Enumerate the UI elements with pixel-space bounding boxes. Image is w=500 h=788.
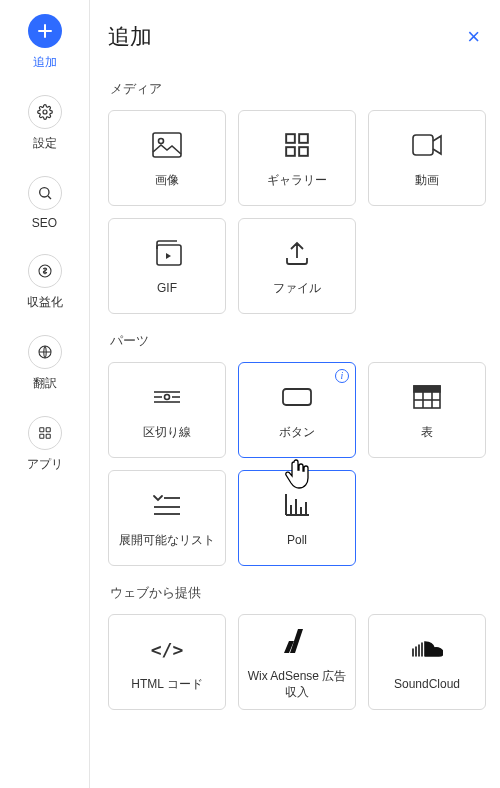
grid4-icon — [284, 127, 310, 163]
svg-rect-13 — [286, 147, 295, 156]
svg-point-1 — [39, 188, 48, 197]
gear-icon — [28, 95, 62, 129]
sidebar: 追加 設定 SEO 収益化 翻訳 アプリ — [0, 0, 90, 788]
dollar-icon — [28, 254, 62, 288]
parts-grid: 区切り線 i ボタン 表 展開可能なリスト — [108, 362, 486, 566]
svg-point-19 — [165, 395, 170, 400]
card-label: GIF — [153, 281, 181, 297]
card-file[interactable]: ファイル — [238, 218, 356, 314]
svg-rect-11 — [286, 134, 295, 143]
card-image[interactable]: 画像 — [108, 110, 226, 206]
card-label: 表 — [417, 425, 437, 441]
poll-icon — [284, 487, 310, 523]
gif-icon — [152, 235, 182, 271]
sidebar-item-label: 翻訳 — [33, 375, 57, 392]
sidebar-item-add[interactable]: 追加 — [28, 14, 62, 71]
sidebar-item-translate[interactable]: 翻訳 — [28, 335, 62, 392]
svg-rect-22 — [283, 389, 311, 405]
section-title-media: メディア — [110, 80, 486, 98]
card-label: 区切り線 — [139, 425, 195, 441]
sidebar-item-label: SEO — [32, 216, 57, 230]
svg-line-2 — [48, 196, 51, 199]
card-button[interactable]: i ボタン — [238, 362, 356, 458]
card-adsense[interactable]: Wix AdSense 広告収入 — [238, 614, 356, 710]
grid4-icon — [28, 416, 62, 450]
card-poll[interactable]: Poll — [238, 470, 356, 566]
image-icon — [152, 127, 182, 163]
section-title-parts: パーツ — [110, 332, 486, 350]
close-icon[interactable]: × — [461, 22, 486, 52]
search-icon — [28, 176, 62, 210]
sidebar-item-label: 収益化 — [27, 294, 63, 311]
sidebar-item-apps[interactable]: アプリ — [27, 416, 63, 473]
card-video[interactable]: 動画 — [368, 110, 486, 206]
card-label: Poll — [283, 533, 311, 549]
svg-rect-14 — [299, 147, 308, 156]
card-label: 動画 — [411, 173, 443, 189]
sidebar-item-monetize[interactable]: 収益化 — [27, 254, 63, 311]
panel-header: 追加 × — [108, 22, 486, 52]
card-soundcloud[interactable]: SoundCloud — [368, 614, 486, 710]
svg-rect-15 — [413, 135, 433, 155]
card-gallery[interactable]: ギャラリー — [238, 110, 356, 206]
panel-title: 追加 — [108, 22, 152, 52]
svg-rect-7 — [39, 434, 43, 438]
svg-rect-8 — [46, 434, 50, 438]
card-label: SoundCloud — [390, 677, 464, 693]
card-expandable-list[interactable]: 展開可能なリスト — [108, 470, 226, 566]
soundcloud-icon — [411, 631, 443, 667]
sidebar-item-seo[interactable]: SEO — [28, 176, 62, 230]
info-icon[interactable]: i — [335, 369, 349, 383]
section-title-web: ウェブから提供 — [110, 584, 486, 602]
sidebar-item-label: アプリ — [27, 456, 63, 473]
card-html-code[interactable]: </> HTML コード — [108, 614, 226, 710]
plus-icon — [28, 14, 62, 48]
svg-rect-5 — [39, 428, 43, 432]
globe-icon — [28, 335, 62, 369]
card-label: 画像 — [151, 173, 183, 189]
card-table[interactable]: 表 — [368, 362, 486, 458]
card-label: ファイル — [269, 281, 325, 297]
svg-rect-12 — [299, 134, 308, 143]
upload-icon — [284, 235, 310, 271]
card-label: Wix AdSense 広告収入 — [239, 669, 355, 700]
card-label: HTML コード — [127, 677, 207, 693]
web-grid: </> HTML コード Wix AdSense 広告収入 SoundCloud — [108, 614, 486, 710]
code-icon: </> — [151, 631, 184, 667]
adsense-icon — [284, 623, 310, 659]
card-divider[interactable]: 区切り線 — [108, 362, 226, 458]
media-grid: 画像 ギャラリー 動画 GIF ファイル — [108, 110, 486, 314]
svg-rect-24 — [414, 386, 440, 392]
divider-icon — [152, 379, 182, 415]
sidebar-item-label: 追加 — [33, 54, 57, 71]
sidebar-item-label: 設定 — [33, 135, 57, 152]
collapse-list-icon — [152, 487, 182, 523]
svg-point-10 — [159, 139, 164, 144]
card-label: 展開可能なリスト — [115, 533, 219, 549]
table-icon — [413, 379, 441, 415]
sidebar-item-settings[interactable]: 設定 — [28, 95, 62, 152]
add-panel: 追加 × メディア 画像 ギャラリー 動画 GIF — [90, 0, 500, 788]
video-icon — [412, 127, 442, 163]
card-label: ギャラリー — [263, 173, 331, 189]
button-icon — [282, 379, 312, 415]
card-label: ボタン — [275, 425, 319, 441]
svg-rect-9 — [153, 133, 181, 157]
svg-point-0 — [43, 110, 47, 114]
card-gif[interactable]: GIF — [108, 218, 226, 314]
svg-rect-6 — [46, 428, 50, 432]
